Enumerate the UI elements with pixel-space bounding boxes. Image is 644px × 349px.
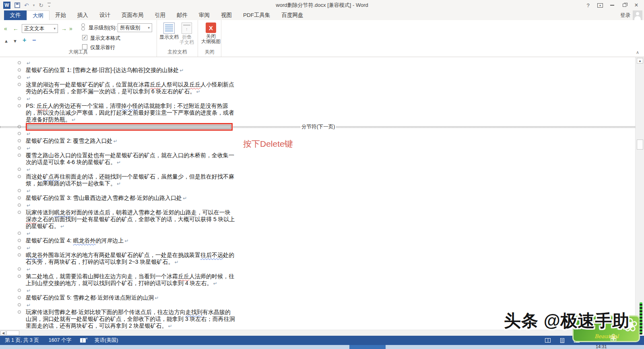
vertical-scroll-thumb[interactable]: [637, 140, 643, 150]
outline-paragraph[interactable]: 星银矿石的位置 5: 雪葬之都·近郊传送点附近的山洞↵: [18, 294, 635, 302]
outline-bullet-icon[interactable]: [18, 246, 21, 249]
tab-大纲[interactable]: 大纲: [27, 10, 50, 20]
outline-bullet-icon[interactable]: [18, 168, 21, 171]
outline-bullet-icon[interactable]: [18, 83, 21, 86]
outline-paragraph[interactable]: 眠龙谷外围靠近河水的地方有两处星银矿石的矿点，一处是在挑战装置往后不远处的石头旁…: [18, 252, 635, 266]
collapse-icon[interactable]: −: [32, 37, 36, 44]
ribbon-display-options-button[interactable]: ▴: [594, 1, 606, 10]
print-layout-icon[interactable]: [560, 338, 564, 343]
show-text-format-label[interactable]: 显示文本格式: [90, 35, 120, 42]
outline-paragraph[interactable]: ↵: [18, 187, 635, 195]
outline-paragraph[interactable]: 覆雪之路山谷入口的位置处也有一处星银矿石的矿点，就在入口的木桥前，全收集一次的话…: [18, 152, 635, 166]
outline-paragraph[interactable]: ↵: [18, 145, 635, 152]
tab-百度网盘[interactable]: 百度网盘: [276, 10, 309, 20]
outline-bullet-icon[interactable]: [18, 232, 21, 235]
outline-paragraph[interactable]: 这里的湖边有一处星银矿石的矿点，位置就在冰霜丘丘人祭司以及丘丘人小怪刷新点旁边的…: [18, 81, 635, 95]
outline-bullet-icon[interactable]: [18, 104, 21, 107]
paragraph-text[interactable]: ↵: [26, 60, 235, 67]
tab-页面布局[interactable]: 页面布局: [116, 10, 149, 20]
paragraph-text[interactable]: 星银矿石的位置 3: 雪山最西边进入雪葬之都·近郊的山路入口处↵: [26, 195, 235, 202]
paragraph-text[interactable]: ↵: [26, 130, 235, 138]
qat-customize-icon[interactable]: ⌄: [47, 3, 51, 8]
outline-bullet-icon[interactable]: [18, 76, 21, 79]
outline-bullet-icon[interactable]: [18, 154, 21, 157]
tab-开始[interactable]: 开始: [50, 10, 72, 20]
paragraph-text[interactable]: 星银矿石的位置 2: 覆雪之路入口处↵: [26, 138, 235, 145]
minimize-button[interactable]: [606, 1, 618, 10]
collapse-ribbon-icon[interactable]: ∧: [636, 50, 639, 55]
paragraph-text[interactable]: PS: 丘丘人的旁边还有一个宝箱，清理掉小怪的话就能拿到；不过附近是没有热源的，…: [26, 103, 235, 123]
paragraph-text[interactable]: ↵: [26, 287, 235, 294]
word-logo-icon[interactable]: W: [3, 2, 10, 9]
restore-button[interactable]: [618, 1, 630, 10]
outline-bullet-icon[interactable]: [18, 253, 21, 257]
outline-bullet-icon[interactable]: [18, 61, 21, 64]
paragraph-text[interactable]: 星银矿石的位置 1: [雪葬之都·旧宫]-[达达乌帕谷]交接的山脉处↵: [26, 67, 235, 74]
outline-bullet-icon[interactable]: [18, 146, 21, 150]
outline-bullet-icon[interactable]: [18, 275, 21, 278]
paragraph-text[interactable]: ↵: [26, 145, 235, 152]
promote-icon[interactable]: ←: [13, 25, 19, 32]
outline-paragraph[interactable]: ↵: [18, 130, 635, 138]
outline-bullet-icon[interactable]: [18, 189, 21, 192]
outline-paragraph[interactable]: ↵: [18, 230, 635, 237]
move-up-icon[interactable]: ▲: [4, 39, 8, 43]
paragraph-text[interactable]: ↵: [26, 74, 235, 81]
outline-paragraph[interactable]: 第二处地点，就需要沿着山脚往左边方向走，当看到一个冰霜丘丘人法师的时候，往上到山…: [18, 273, 635, 287]
show-document-button[interactable]: 显示文档: [159, 23, 179, 40]
outline-paragraph[interactable]: ↵: [18, 287, 635, 294]
paragraph-text[interactable]: ↵: [26, 244, 235, 252]
demote-to-bodytext-icon[interactable]: »: [69, 25, 72, 32]
tab-视图[interactable]: 视图: [215, 10, 237, 20]
outline-paragraph[interactable]: ↵: [18, 266, 635, 273]
close-outline-view-button[interactable]: X 关闭大纲视图: [201, 23, 221, 44]
tab-PDF工具集[interactable]: PDF工具集: [237, 10, 276, 20]
paragraph-text[interactable]: 眠龙谷外围靠近河水的地方有两处星银矿石的矿点，一处是在挑战装置往后不远处的石头旁…: [26, 252, 235, 266]
paragraph-text[interactable]: ↵: [26, 187, 235, 195]
paragraph-text[interactable]: ↵: [26, 166, 235, 173]
paragraph-text[interactable]: 星银矿石的位置 4: 眠龙谷外的河岸边上↵: [26, 237, 235, 244]
paragraph-text[interactable]: 星银矿石的位置 5: 雪葬之都·近郊传送点附近的山洞↵: [26, 294, 235, 302]
outline-paragraph[interactable]: ↵: [18, 74, 635, 81]
outline-paragraph[interactable]: ↵: [18, 244, 635, 252]
tab-插入[interactable]: 插入: [72, 10, 94, 20]
save-icon[interactable]: [14, 2, 20, 8]
outline-paragraph[interactable]: 星银矿石的位置 4: 眠龙谷外的河岸边上↵: [18, 237, 635, 244]
outline-level-combobox[interactable]: 正文文本 ▾: [22, 24, 58, 33]
paragraph-text[interactable]: 而这处矿点再往前面走的话，还能找到一个星银矿石，虽然量少，但是胜在好找不麻烦，如…: [26, 173, 235, 187]
move-down-icon[interactable]: ▼: [13, 39, 17, 43]
expand-icon[interactable]: +: [23, 37, 26, 44]
scroll-up-icon[interactable]: ▲: [637, 58, 643, 64]
user-avatar-icon[interactable]: [633, 10, 642, 20]
vertical-scrollbar[interactable]: ▲ ▼: [635, 57, 644, 330]
outline-paragraph[interactable]: ↵: [18, 302, 635, 309]
paragraph-text[interactable]: 玩家传送到眠龙谷对面的传送点后，朝着进入雪葬之都·近郊的山路走，可以在一块深赤之…: [26, 209, 235, 230]
paragraph-text[interactable]: 玩家传送到雪葬之都·近郊比较下面的那个传送点后，往左边方向走找到有水晶簇的山洞，…: [26, 309, 235, 330]
scroll-left-icon[interactable]: ◀: [0, 331, 6, 335]
paragraph-text[interactable]: ↵: [26, 266, 235, 273]
outline-bullet-icon[interactable]: [18, 296, 21, 299]
outline-bullet-icon[interactable]: [18, 303, 21, 306]
paragraph-text[interactable]: ↵: [26, 302, 235, 309]
close-button[interactable]: ×: [630, 1, 642, 10]
horizontal-scroll-thumb[interactable]: [6, 331, 19, 335]
outline-paragraph[interactable]: 星银矿石的位置 3: 雪山最西边进入雪葬之都·近郊的山路入口处↵: [18, 195, 635, 202]
outline-bullet-icon[interactable]: [18, 239, 21, 242]
read-mode-icon[interactable]: [545, 338, 551, 343]
outline-bullet-icon[interactable]: [18, 139, 21, 142]
tab-邮件[interactable]: 邮件: [171, 10, 193, 20]
selected-section-break[interactable]: [27, 125, 231, 129]
undo-icon[interactable]: ↶: [24, 2, 29, 8]
outline-paragraph[interactable]: PS: 丘丘人的旁边还有一个宝箱，清理掉小怪的话就能拿到；不过附近是没有热源的，…: [18, 103, 635, 123]
outline-bullet-icon[interactable]: [18, 175, 21, 178]
word-count[interactable]: 1607 个字: [44, 337, 76, 344]
outline-bullet-icon[interactable]: [18, 97, 21, 100]
show-level-combobox[interactable]: 所有级别 ▾: [118, 23, 152, 32]
show-text-format-checkbox[interactable]: ✓: [82, 35, 87, 40]
outline-paragraph[interactable]: 玩家传送到眠龙谷对面的传送点后，朝着进入雪葬之都·近郊的山路走，可以在一块深赤之…: [18, 209, 635, 230]
page-indicator[interactable]: 第 1 页, 共 3 页: [0, 337, 44, 344]
outline-bullet-icon[interactable]: [18, 132, 21, 135]
proofing-status-icon[interactable]: [80, 338, 86, 343]
outline-paragraph[interactable]: 星银矿石的位置 1: [雪葬之都·旧宫]-[达达乌帕谷]交接的山脉处↵: [18, 67, 635, 74]
document-area[interactable]: ↵星银矿石的位置 1: [雪葬之都·旧宫]-[达达乌帕谷]交接的山脉处↵↵这里的…: [0, 57, 635, 330]
